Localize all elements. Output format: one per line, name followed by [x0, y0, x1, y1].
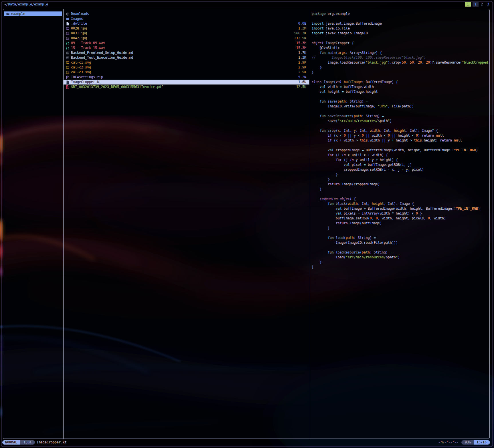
- code-token: (x: [332, 138, 340, 142]
- code-line: fun save(path: String) =: [312, 99, 489, 104]
- code-line: companion object {: [312, 197, 489, 201]
- code-token: ||: [382, 138, 386, 142]
- code-token: return: [328, 182, 340, 186]
- code-token: 0: [416, 133, 418, 137]
- file-row-cal-c3.svg[interactable]: cal-c3.svg2.9K: [64, 70, 309, 75]
- parent-dir-item-example[interactable]: example: [4, 11, 62, 16]
- file-row-Backend_Frontend_Setup_Guide.md[interactable]: Backend_Frontend_Setup_Guide.md1.7K: [64, 50, 309, 55]
- code-token: class: [312, 80, 322, 84]
- code-token: height: [326, 90, 342, 94]
- code-token: [312, 197, 320, 201]
- code-token: (: [336, 51, 338, 55]
- file-row-Backend_Test_Execution_Guide.md[interactable]: Backend_Test_Execution_Guide.md1.3K: [64, 55, 309, 60]
- code-token: height: [372, 202, 384, 206]
- code-token: :: [362, 80, 366, 84]
- code-token: <: [384, 133, 386, 137]
- file-row-15 - Track 15.wav[interactable]: 15 - Track 15.wav15.3M: [64, 46, 309, 50]
- code-token: ): [362, 99, 366, 103]
- file-size: 1.3K: [298, 55, 306, 60]
- file-row-Images[interactable]: Images: [64, 16, 309, 21]
- code-token: height) {: [378, 158, 398, 162]
- file-row-.dotfile[interactable]: .dotfile0.0B: [64, 21, 309, 26]
- code-token: y, pixel): [404, 168, 424, 172]
- code-line: for (j in y until y + height) {: [312, 158, 489, 162]
- code-token: [386, 133, 388, 137]
- code-token: ": [388, 119, 390, 123]
- tab-1-count[interactable]: 1: [473, 2, 479, 7]
- file-row-Downloads[interactable]: Downloads: [64, 11, 309, 16]
- file-row-0031.jpg[interactable]: 0031.jpg586.3K: [64, 31, 309, 36]
- tab-1-active[interactable]: 1: [465, 2, 471, 7]
- code-token: ,: [368, 202, 372, 206]
- file-row-SBI_0032013739_2023_DE05_0003155631Invoice.pdf[interactable]: SBI_0032013739_2023_DE05_0003155631Invoi…: [64, 85, 309, 89]
- code-token: height: [394, 129, 406, 133]
- code-token: saveResource: [328, 114, 352, 118]
- zip-icon: [66, 76, 69, 79]
- code-token: (: [336, 129, 338, 133]
- code-token: :: [356, 129, 360, 133]
- file-size: 2.9K: [298, 60, 306, 65]
- file-row-09 - Track 09.wav[interactable]: 09 - Track 09.wav15.3M: [64, 41, 309, 46]
- parent-dir-name: example: [11, 11, 25, 16]
- file-icon: [66, 22, 69, 25]
- code-line: [312, 94, 489, 99]
- code-token: }: [312, 226, 330, 230]
- file-row-cal-c1.svg[interactable]: cal-c1.svg2.9K: [64, 60, 309, 65]
- code-preview-pane[interactable]: package org.example import java.awt.imag…: [312, 11, 489, 274]
- file-name: Backend_Test_Execution_Guide.md: [71, 55, 133, 60]
- code-token: {: [352, 197, 356, 201]
- code-token: (: [346, 202, 348, 206]
- markdown-icon: [66, 51, 69, 55]
- code-token: Image(: [322, 80, 336, 84]
- code-token: :: [358, 202, 362, 206]
- code-token: [312, 99, 320, 103]
- code-token: $path: [378, 119, 388, 123]
- file-size: 2.9K: [298, 70, 306, 75]
- file-size: 1.6K: [298, 80, 306, 85]
- file-row-cal-c2.svg[interactable]: cal-c2.svg2.9K: [64, 65, 309, 70]
- code-token: x: [338, 129, 340, 133]
- file-row-0028.jpg[interactable]: 0028.jpg1.3M: [64, 26, 309, 31]
- file-row-0042.jpg[interactable]: 0042.jpg212.9K: [64, 36, 309, 41]
- code-token: pixels: [342, 211, 358, 215]
- file-row-IDEAsettings.zip[interactable]: IDEAsettings.zip5.2K: [64, 75, 309, 80]
- code-token: val: [344, 163, 350, 167]
- code-token: .height): [422, 138, 440, 142]
- code-token: =: [362, 148, 364, 152]
- code-token: ,: [350, 129, 354, 133]
- code-token: [360, 211, 362, 215]
- code-token: org.example: [326, 12, 350, 16]
- code-token: [360, 133, 362, 137]
- code-token: (j: [342, 158, 350, 162]
- code-token: ): [370, 236, 374, 240]
- file-size: 1.7K: [298, 50, 306, 55]
- code-token: 0: [428, 216, 430, 220]
- file-icon: [66, 80, 69, 84]
- tab-3[interactable]: 3: [485, 2, 491, 7]
- image-icon: [66, 66, 69, 69]
- perm-char: r: [446, 440, 448, 444]
- code-token: croppedImage.setRGB(i: [312, 168, 388, 172]
- code-token: =: [374, 236, 376, 240]
- code-token: =: [364, 163, 366, 167]
- code-token: ): [390, 119, 392, 123]
- code-token: ?: [432, 129, 434, 133]
- code-token: width) {: [370, 153, 388, 157]
- code-token: ): [478, 207, 480, 211]
- file-row-ImageCropper.kt[interactable]: ImageCropper.kt1.6K: [64, 80, 309, 85]
- tab-2[interactable]: 2: [479, 2, 485, 7]
- code-token: BufferedImage: [366, 80, 392, 84]
- file-permissions: -rw-r--r--: [438, 440, 458, 445]
- code-token: :: [380, 129, 384, 133]
- code-token: companion object: [320, 197, 352, 201]
- code-token: 20: [426, 60, 430, 64]
- code-token: [312, 129, 320, 133]
- file-size: 212.9K: [294, 36, 306, 41]
- status-bar: NORMAL 1.6K ImageCropper.kt -rw-r--r-- 9…: [0, 440, 494, 445]
- code-token: ): [386, 250, 390, 254]
- code-line: }: [312, 187, 489, 192]
- code-token: [326, 51, 328, 55]
- perm-char: -: [444, 440, 446, 444]
- code-line: [312, 109, 489, 114]
- code-token: y: [386, 138, 392, 142]
